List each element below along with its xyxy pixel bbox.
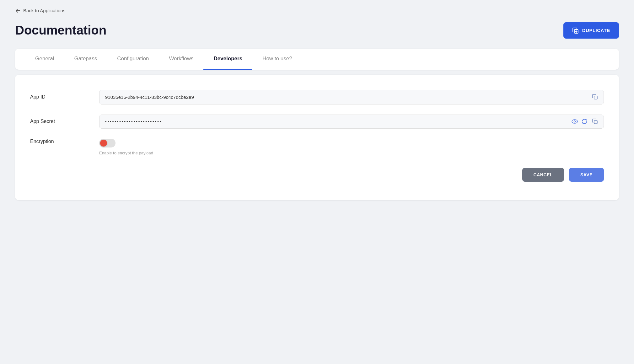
encryption-hint: Enable to encrypt the payload xyxy=(99,151,153,155)
svg-rect-6 xyxy=(594,120,597,124)
tab-how-to-use[interactable]: How to use? xyxy=(252,49,302,70)
svg-point-4 xyxy=(572,120,578,123)
app-id-input[interactable] xyxy=(99,90,604,104)
app-secret-input[interactable] xyxy=(99,115,604,129)
tab-configuration[interactable]: Configuration xyxy=(107,49,159,70)
tabs-card: General Gatepass Configuration Workflows… xyxy=(15,49,619,70)
back-to-applications-link[interactable]: Back to Applications xyxy=(15,8,65,13)
copy-icon xyxy=(592,94,598,100)
svg-point-5 xyxy=(574,121,576,122)
app-id-label: App ID xyxy=(30,94,99,100)
app-secret-eye-button[interactable] xyxy=(570,117,579,126)
save-button[interactable]: SAVE xyxy=(569,168,604,182)
toggle-thumb xyxy=(100,140,107,147)
encryption-row: Encryption Enable to encrypt the payload xyxy=(30,139,604,155)
encryption-toggle-wrap: Enable to encrypt the payload xyxy=(99,139,153,155)
app-secret-label: App Secret xyxy=(30,119,99,124)
header-row: Documentation DUPLICATE xyxy=(15,22,619,39)
duplicate-button-label: DUPLICATE xyxy=(582,28,610,33)
duplicate-icon xyxy=(572,27,579,34)
app-id-input-wrap xyxy=(99,90,604,104)
toggle-track xyxy=(99,139,116,147)
back-link-label: Back to Applications xyxy=(23,8,65,13)
tab-developers[interactable]: Developers xyxy=(203,49,252,70)
tabs-container: General Gatepass Configuration Workflows… xyxy=(25,49,609,70)
app-secret-refresh-button[interactable] xyxy=(580,117,589,126)
copy-icon xyxy=(592,118,598,125)
eye-icon xyxy=(571,118,578,125)
back-arrow-icon xyxy=(15,8,21,13)
tab-general[interactable]: General xyxy=(25,49,64,70)
cancel-button[interactable]: CANCEL xyxy=(522,168,564,182)
app-id-row: App ID xyxy=(30,90,604,104)
encryption-toggle[interactable] xyxy=(99,139,116,147)
app-secret-input-wrap xyxy=(99,115,604,129)
refresh-icon xyxy=(581,118,588,125)
tab-workflows[interactable]: Workflows xyxy=(159,49,203,70)
app-secret-row: App Secret xyxy=(30,115,604,129)
content-card: App ID App Secret xyxy=(15,75,619,200)
svg-rect-3 xyxy=(594,96,597,99)
page-title: Documentation xyxy=(15,23,106,37)
app-secret-copy-button[interactable] xyxy=(591,117,599,126)
tab-gatepass[interactable]: Gatepass xyxy=(64,49,107,70)
actions-row: CANCEL SAVE xyxy=(30,168,604,182)
encryption-label: Encryption xyxy=(30,139,99,144)
app-id-copy-button[interactable] xyxy=(591,93,599,101)
duplicate-button[interactable]: DUPLICATE xyxy=(563,22,619,39)
